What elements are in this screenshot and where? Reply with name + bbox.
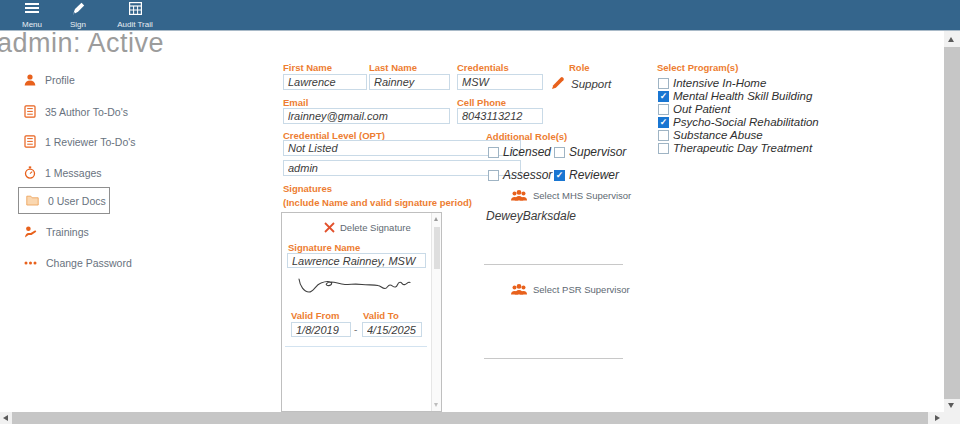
scroll-right-icon[interactable] — [935, 415, 940, 421]
checkbox-box[interactable] — [488, 147, 499, 158]
pencil-icon[interactable] — [551, 76, 565, 90]
checkbox-box[interactable] — [554, 147, 565, 158]
supervisor-divider — [484, 358, 623, 359]
scrollbar-thumb[interactable] — [434, 227, 440, 269]
sidebar-item-user-docs[interactable]: 0 User Docs — [18, 187, 110, 214]
delete-signature-label: Delete Signature — [340, 222, 411, 233]
select-psr-supervisor-label: Select PSR Supervisor — [533, 284, 630, 295]
checkbox-licensed[interactable]: Licensed — [488, 145, 551, 159]
email-field[interactable] — [283, 108, 450, 124]
checkbox-label: Licensed — [503, 145, 551, 159]
signature-image — [295, 273, 415, 301]
sidebar-item-label: 0 User Docs — [48, 195, 106, 207]
delete-signature-button[interactable]: Delete Signature — [324, 222, 411, 233]
last-name-label: Last Name — [369, 62, 417, 73]
x-delete-icon — [324, 222, 335, 233]
checkbox-box[interactable] — [658, 117, 669, 128]
sign-icon — [72, 2, 85, 15]
signature-panel-scrollbar[interactable] — [431, 213, 441, 411]
select-mhs-supervisor-button[interactable]: Select MHS Supervisor — [510, 189, 631, 201]
vertical-scrollbar-thumb[interactable] — [944, 47, 960, 399]
valid-from-label: Valid From — [291, 310, 340, 321]
checkbox-reviewer[interactable]: Reviewer — [554, 168, 619, 182]
scroll-up-icon[interactable] — [948, 37, 954, 42]
horizontal-scrollbar-thumb[interactable] — [12, 412, 928, 424]
sidebar-item-change-password[interactable]: Change Password — [24, 257, 132, 269]
sidebar-item-label: 1 Reviewer To-Do's — [45, 136, 136, 148]
checkbox-box[interactable] — [658, 130, 669, 141]
checkbox-substance-abuse[interactable]: Substance Abuse — [658, 129, 763, 141]
menu-button[interactable]: Menu — [12, 2, 52, 29]
user-profile-page: Menu Sign Audit Trail admin: Active — [0, 0, 960, 442]
checkbox-intensive-in-home[interactable]: Intensive In-Home — [658, 77, 766, 89]
valid-to-label: Valid To — [363, 310, 399, 321]
audit-trail-icon — [129, 2, 142, 15]
horizontal-scrollbar[interactable] — [0, 412, 944, 424]
scroll-down-icon[interactable] — [948, 403, 954, 408]
sidebar-item-label: 35 Author To-Do's — [45, 106, 128, 118]
people-group-icon — [510, 283, 528, 295]
audit-trail-button[interactable]: Audit Trail — [105, 2, 165, 29]
checkbox-mental-health-skill-building[interactable]: Mental Health Skill Building — [658, 90, 812, 102]
checkbox-label: Reviewer — [569, 168, 619, 182]
vertical-scrollbar[interactable] — [944, 31, 960, 412]
scroll-left-icon[interactable] — [3, 415, 8, 421]
checkbox-label: Supervisor — [569, 145, 626, 159]
page-title: admin: Active — [0, 28, 164, 59]
additional-roles-label: Additional Role(s) — [486, 131, 567, 142]
people-group-icon — [510, 189, 528, 201]
sidebar-item-profile[interactable]: Profile — [24, 74, 75, 86]
checkbox-therapeutic-day-treatment[interactable]: Therapeutic Day Treatment — [658, 142, 812, 154]
scroll-up-icon[interactable] — [434, 217, 438, 221]
signature-name-label: Signature Name — [288, 242, 360, 253]
checkbox-out-patient[interactable]: Out Patient — [658, 103, 731, 115]
select-programs-label: Select Program(s) — [657, 62, 738, 73]
stopwatch-icon — [24, 166, 36, 179]
checkbox-box[interactable] — [488, 170, 499, 181]
credential-level-value: Not Listed — [288, 142, 338, 154]
checkbox-psycho-social-rehabilitation[interactable]: Psycho-Social Rehabilitation — [658, 116, 819, 128]
signatures-label: Signatures — [283, 183, 332, 194]
valid-to-field[interactable] — [362, 322, 422, 337]
sidebar-item-trainings[interactable]: Trainings — [24, 226, 89, 238]
checkbox-box[interactable] — [658, 143, 669, 154]
scrollbar-corner — [944, 412, 960, 424]
sign-button[interactable]: Sign — [58, 2, 98, 29]
first-name-field[interactable] — [283, 74, 367, 90]
scroll-down-icon[interactable] — [434, 403, 438, 407]
menu-icon — [25, 2, 39, 14]
sidebar-item-reviewer-todos[interactable]: 1 Reviewer To-Do's — [24, 135, 136, 148]
todo-list-icon — [24, 105, 36, 118]
checkbox-assessor[interactable]: Assessor — [488, 168, 552, 182]
checkbox-box[interactable] — [554, 170, 565, 181]
checkbox-box[interactable] — [658, 78, 669, 89]
trainer-icon — [24, 226, 37, 238]
email-label: Email — [283, 97, 308, 108]
checkbox-box[interactable] — [658, 104, 669, 115]
checkbox-box[interactable] — [658, 91, 669, 102]
supervisor-divider — [484, 264, 623, 265]
signatures-sublabel: (Include Name and valid signature period… — [283, 197, 472, 208]
valid-from-field[interactable] — [291, 322, 351, 337]
checkbox-label: Mental Health Skill Building — [673, 90, 812, 102]
credential-level-select[interactable]: Not Listed ⌄ — [283, 140, 521, 156]
username-field[interactable] — [283, 160, 521, 176]
checkbox-supervisor[interactable]: Supervisor — [554, 145, 626, 159]
signature-panel: Delete Signature Signature Name Valid Fr… — [281, 212, 442, 412]
checkbox-label: Therapeutic Day Treatment — [673, 142, 812, 154]
credentials-field[interactable] — [457, 74, 543, 90]
select-psr-supervisor-button[interactable]: Select PSR Supervisor — [510, 283, 630, 295]
folder-icon — [26, 195, 39, 206]
mhs-supervisor-value: DeweyBarksdale — [486, 209, 576, 223]
cell-phone-field[interactable] — [457, 108, 543, 124]
role-value: Support — [571, 78, 611, 90]
signature-name-field[interactable] — [287, 253, 426, 268]
date-range-separator: - — [354, 324, 357, 335]
checkbox-label: Substance Abuse — [673, 129, 763, 141]
sidebar-item-author-todos[interactable]: 35 Author To-Do's — [24, 105, 128, 118]
checkbox-label: Intensive In-Home — [673, 77, 766, 89]
last-name-field[interactable] — [369, 74, 450, 90]
sidebar-item-messages[interactable]: 1 Messages — [24, 166, 102, 179]
select-mhs-supervisor-label: Select MHS Supervisor — [533, 190, 631, 201]
cell-phone-label: Cell Phone — [457, 97, 506, 108]
